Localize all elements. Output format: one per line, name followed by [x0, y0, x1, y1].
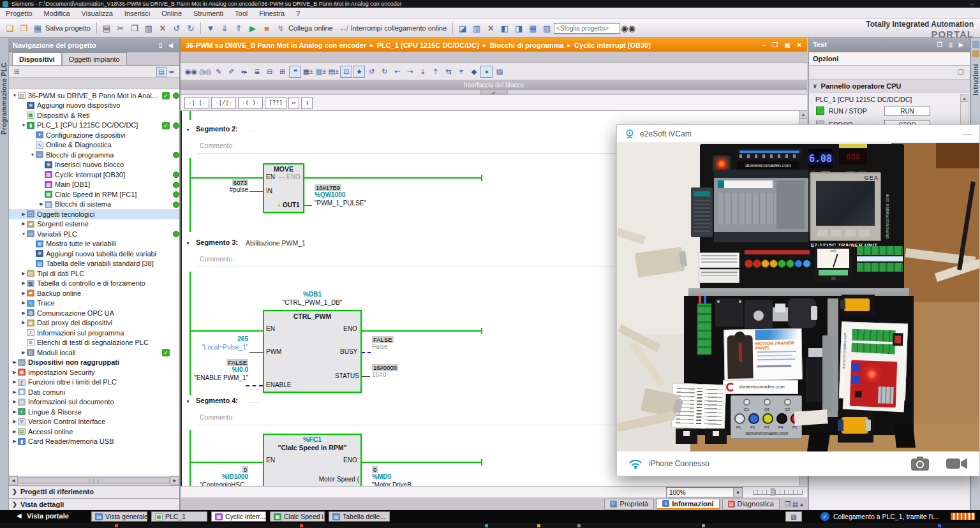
busy-output-watch[interactable]: FALSE False: [372, 335, 442, 351]
expand-icon[interactable]: ▶: [20, 281, 27, 286]
editor-toolbar-icon-12[interactable]: ⊡: [340, 66, 352, 78]
tree-item[interactable]: ▶ƒFunzioni oltre i limiti del PLC: [9, 378, 179, 388]
editor-toolbar-icon-11[interactable]: ▤±: [327, 66, 339, 78]
split-horizontal-icon[interactable]: ◧: [498, 22, 511, 34]
breadcrumb-block[interactable]: Cyclic interrupt [OB30]: [574, 41, 651, 49]
delete-icon[interactable]: ✕: [156, 22, 169, 34]
expand-icon[interactable]: ▶: [20, 300, 27, 305]
upload-icon[interactable]: ⇑: [232, 22, 245, 34]
paste-icon[interactable]: ▥: [142, 22, 155, 34]
copy-icon[interactable]: ❐: [128, 22, 141, 34]
editor-toolbar-icon-17[interactable]: ⇢: [404, 66, 416, 78]
segment2-title[interactable]: Segmento 2:: [196, 125, 238, 133]
tree-item[interactable]: ▶◫Oggetti tecnologici: [9, 209, 179, 219]
tab-dispositivi[interactable]: Dispositivi: [12, 52, 62, 65]
toolbar-label-connect_label[interactable]: Collega online: [288, 24, 333, 32]
menu-item-progetto[interactable]: Progetto: [0, 10, 38, 17]
editor-toolbar-icon-14[interactable]: ↺: [366, 66, 378, 78]
tree-item[interactable]: ▦Clalc Speed in RPM [FC1]: [9, 189, 179, 200]
editor-toolbar-icon-22[interactable]: ◆: [468, 66, 480, 78]
editor-toolbar-icon-10[interactable]: ▥±: [315, 66, 327, 78]
segment2-collapse-icon[interactable]: ▼: [186, 128, 190, 132]
segment4-comment[interactable]: Commento: [200, 413, 232, 421]
move-input-operand[interactable]: 6073 #pulse: [187, 179, 248, 194]
tree-item[interactable]: ▦Main [OB1]: [9, 180, 179, 190]
scroll-thumb[interactable]: ❘❘❘: [19, 477, 170, 484]
tree-item[interactable]: ▶◍Comunicazione OPC UA: [9, 308, 179, 318]
editor-toolbar-icon-16[interactable]: ⇠: [391, 66, 403, 78]
editor-toolbar-icon-4[interactable]: ▪▸: [238, 66, 250, 78]
enable-input-operand[interactable]: FALSE %I0.0 "ENABLE PWM_1": [187, 358, 248, 382]
instructions-tab-icon[interactable]: [972, 41, 979, 48]
editor-toolbar-icon-19[interactable]: ⇡: [429, 66, 442, 78]
tree-item[interactable]: ✱Aggiungi nuova tabella delle variabi: [9, 249, 179, 259]
expand-icon[interactable]: ▶: [20, 320, 27, 325]
taskbar-editor-1[interactable]: ▦PLC_1: [151, 511, 207, 522]
editor-toolbar-icon-7[interactable]: ⊞: [276, 66, 288, 78]
expand-icon[interactable]: ▶: [11, 370, 18, 375]
go-online-icon[interactable]: ↯: [274, 22, 287, 34]
snapshot-button[interactable]: [910, 456, 930, 471]
save-project-icon[interactable]: ▦: [31, 22, 44, 34]
cpu-operator-panel-section[interactable]: ∨Pannello operatore CPU: [809, 80, 970, 92]
tree-item[interactable]: ▶▥Tabella di controllo e di forzamento: [9, 279, 179, 289]
tab-informazioni[interactable]: iInformazioni: [657, 499, 719, 510]
details-view-icon[interactable]: ▤: [156, 67, 167, 77]
tab-oggetti-impianto[interactable]: Oggetti impianto: [62, 52, 127, 65]
tree-item[interactable]: ✦Configurazione dispositivi: [9, 130, 179, 140]
breadcrumb-plc[interactable]: PLC_1 [CPU 1215C DC/DC/DC]: [377, 41, 479, 49]
tree-h-scrollbar[interactable]: ◀ ❘❘❘ ▶: [9, 476, 179, 485]
editor-window-controls[interactable]: –❐▣✕: [762, 41, 802, 48]
breadcrumb-project[interactable]: 36-PWM su DRIVE_B Pann Mot in Analog con…: [186, 41, 366, 49]
editor-toolbar-icon-8[interactable]: ❝: [289, 66, 301, 78]
status-output-watch[interactable]: 16#0000 16#0: [372, 363, 442, 379]
accessible-devices-icon[interactable]: ▥: [470, 22, 483, 34]
download-icon[interactable]: ⇓: [218, 22, 231, 34]
menu-item-inserisci[interactable]: Inserisci: [119, 10, 156, 17]
zoom-slider[interactable]: [753, 490, 803, 495]
ctrl-pwm-pwm-operand[interactable]: 265 "Local~Pulse_1": [187, 335, 248, 351]
redo-icon[interactable]: ↻: [184, 22, 197, 34]
tree-item[interactable]: ▶▣Dati comuni: [9, 387, 179, 397]
start-cpu-icon[interactable]: ▶: [246, 22, 259, 34]
segment4-title[interactable]: Segmento 4:: [196, 397, 238, 404]
expand-icon[interactable]: ▶: [11, 399, 18, 404]
filter-icon[interactable]: ⊞: [11, 67, 22, 77]
tree-item[interactable]: ▤Tabella delle variabili standard [38]: [9, 259, 179, 269]
tree-item[interactable]: ✱Aggiungi nuovo dispositivo: [9, 101, 179, 111]
project-search-input[interactable]: [554, 23, 620, 34]
tree-item[interactable]: ▦Dispositivi & Reti: [9, 110, 179, 121]
editor-toolbar-icon-3[interactable]: ✐: [225, 66, 237, 78]
tab-proprieta[interactable]: 🔍Proprietà: [604, 499, 654, 510]
tree-item[interactable]: ∿Online & Diagnostica: [9, 140, 179, 150]
menu-item-[interactable]: ?: [290, 10, 306, 17]
split-vertical-icon[interactable]: ◨: [512, 22, 525, 34]
segment4-collapse-icon[interactable]: ▼: [186, 399, 190, 404]
nav-panel-header-icons[interactable]: ▯ ◀: [159, 42, 175, 48]
expand-icon[interactable]: ▶: [11, 409, 18, 414]
expand-icon[interactable]: ▶: [20, 311, 27, 316]
interface-split-handle[interactable]: ▴▾: [181, 90, 807, 95]
editor-toolbar-icon-13[interactable]: ★: [353, 66, 365, 78]
tree-item[interactable]: ▶∿Trace: [9, 298, 179, 309]
scroll-right-icon[interactable]: ▶: [170, 476, 179, 485]
tree-item[interactable]: ▼▱Blocchi di programma: [9, 150, 179, 160]
window-icon[interactable]: ▦: [526, 22, 539, 34]
fc1-input-operand[interactable]: 0 %ID1000 "ConteggioHSC_: [187, 466, 248, 486]
toolbar-label-disconnect_label[interactable]: Interrompi collegamento online: [351, 24, 447, 32]
toolbar-label-save_label[interactable]: Salva progetto: [45, 24, 91, 32]
libraries-tab-icon[interactable]: [972, 50, 979, 57]
expand-icon[interactable]: ▶: [11, 379, 18, 385]
tree-item[interactable]: ▶▤Tipi di dati PLC: [9, 268, 179, 279]
editor-layout-icon[interactable]: ▨: [785, 511, 802, 522]
tree-item[interactable]: ▶▰Sorgenti esterne: [9, 219, 179, 230]
inspector-corner-icons[interactable]: ❐ ▤ ▴: [785, 501, 803, 508]
expand-icon[interactable]: ▶: [11, 360, 18, 365]
tree-item[interactable]: ▼▮PLC_1 [CPU 1215C DC/DC/DC]✓: [9, 121, 179, 131]
taskbar-editor-3[interactable]: ▦Clalc Speed i...: [270, 511, 325, 522]
tree-item[interactable]: ▶▦Dati proxy dei dispositivi: [9, 318, 179, 328]
editor-toolbar-icon-18[interactable]: ⇣: [417, 66, 429, 78]
tab-diagnostica[interactable]: ▥Diagnostica: [722, 499, 780, 510]
ctrl-pwm-db[interactable]: %DB1 "CTRL_PWM_1_DB": [263, 291, 362, 307]
editor-toolbar-icon-21[interactable]: ≡: [455, 66, 467, 78]
